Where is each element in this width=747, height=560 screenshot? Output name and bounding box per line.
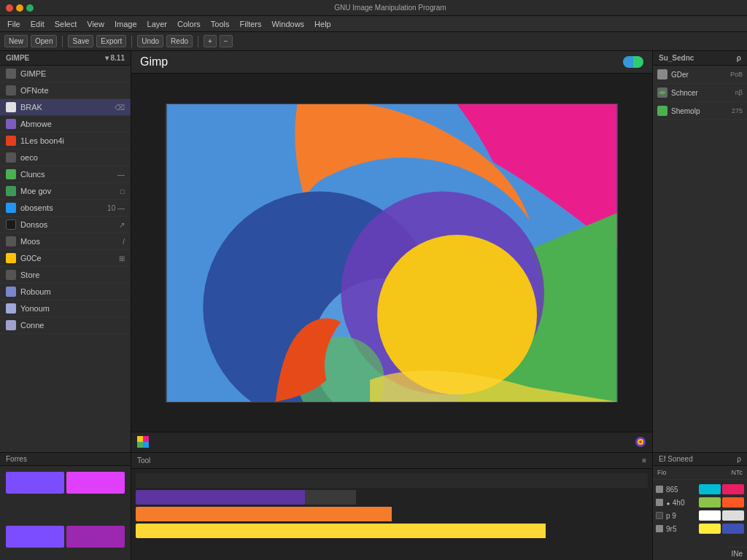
bottom-left-title: Forres bbox=[6, 455, 27, 463]
item-extra: □ bbox=[120, 187, 125, 195]
indicator-dot bbox=[623, 56, 643, 68]
window-controls[interactable] bbox=[6, 4, 34, 12]
color-swatch-purple[interactable] bbox=[6, 472, 64, 494]
bottom-right-list: 865 ⬥ 4h0 p 9 bbox=[653, 480, 747, 538]
right-panel-item[interactable]: Shemolp 275 bbox=[653, 102, 747, 120]
color-swatch-magenta[interactable] bbox=[66, 472, 125, 494]
list-item[interactable]: Cluncs — bbox=[0, 166, 131, 183]
menu-edit[interactable]: Edit bbox=[26, 18, 49, 30]
list-item[interactable]: Store bbox=[0, 267, 131, 284]
zoom-out-button[interactable]: − bbox=[220, 35, 233, 47]
menu-image[interactable]: Image bbox=[110, 18, 142, 30]
menu-windows[interactable]: Windows bbox=[267, 18, 309, 30]
item-icon bbox=[6, 136, 16, 146]
menu-help[interactable]: Help bbox=[310, 18, 336, 30]
list-item[interactable]: obosents 10 — bbox=[0, 200, 131, 217]
menu-layer[interactable]: Layer bbox=[143, 18, 172, 30]
item-icon bbox=[6, 270, 16, 280]
list-item[interactable]: Donsos ↗ bbox=[0, 217, 131, 233]
toolbar-separator-2 bbox=[131, 36, 132, 47]
window-title: GNU Image Manipulation Program bbox=[39, 4, 741, 12]
timeline-content bbox=[131, 469, 652, 560]
timeline-title: Tool bbox=[137, 456, 150, 464]
export-button[interactable]: Export bbox=[96, 35, 126, 47]
item-label: Yonoum bbox=[20, 304, 125, 313]
maximize-button[interactable] bbox=[26, 4, 34, 12]
canvas-wrapper bbox=[131, 74, 652, 432]
item-label: BRAK bbox=[20, 103, 110, 112]
zoom-in-button[interactable]: + bbox=[204, 35, 217, 47]
timeline-segment-1[interactable] bbox=[136, 490, 305, 505]
list-item[interactable]: Yonoum bbox=[0, 300, 131, 317]
timeline-segment-3[interactable] bbox=[136, 524, 546, 538]
timeline-row-2 bbox=[136, 507, 648, 521]
list-item[interactable]: ⬥ 4h0 bbox=[656, 496, 744, 509]
right-panel-extra: ρ bbox=[737, 54, 741, 62]
bottom-right-footer: INe bbox=[727, 547, 747, 560]
close-button[interactable] bbox=[6, 4, 13, 12]
list-item[interactable]: 865 bbox=[656, 483, 744, 496]
list-item[interactable]: p 9 bbox=[656, 509, 744, 522]
undo-button[interactable]: Undo bbox=[137, 35, 163, 47]
item-label: oeco bbox=[20, 153, 125, 162]
canvas[interactable] bbox=[166, 104, 618, 402]
color-swatch-violet[interactable] bbox=[66, 526, 125, 548]
right-item-label: Schncer bbox=[671, 89, 732, 97]
redo-button[interactable]: Redo bbox=[166, 35, 193, 47]
minimize-button[interactable] bbox=[16, 4, 23, 12]
list-item[interactable]: OFNote bbox=[0, 82, 131, 99]
toolbar: New Open Save Export Undo Redo + − bbox=[0, 32, 747, 51]
list-item[interactable]: Moe gov □ bbox=[0, 183, 131, 200]
row-icon bbox=[656, 512, 663, 519]
bottom-center-panel: Tool ≡ bbox=[131, 453, 652, 560]
open-button[interactable]: Open bbox=[31, 35, 57, 47]
item-label: Conne bbox=[20, 321, 125, 330]
list-item[interactable]: Abmowe bbox=[0, 116, 131, 133]
right-panel-item[interactable]: Schncer nβ bbox=[653, 84, 747, 102]
menu-view[interactable]: View bbox=[82, 18, 109, 30]
right-panel: Su_Sednc ρ GDer PoB Schncer nβ Shemolp bbox=[652, 51, 747, 452]
list-item[interactable]: oeco bbox=[0, 149, 131, 166]
item-label: Roboum bbox=[20, 287, 125, 296]
item-icon bbox=[6, 303, 16, 314]
item-icon bbox=[6, 69, 16, 79]
canvas-title: Gimp bbox=[140, 55, 168, 69]
list-item-active[interactable]: BRAK ⌫ bbox=[0, 99, 131, 116]
timeline-extra: ≡ bbox=[642, 456, 646, 464]
item-label: Moe gov bbox=[20, 187, 116, 195]
menu-colors[interactable]: Colors bbox=[173, 18, 205, 30]
canvas-indicator bbox=[623, 56, 643, 68]
artwork-svg bbox=[166, 104, 617, 402]
footer-left-icon bbox=[137, 436, 149, 449]
svg-rect-8 bbox=[137, 442, 143, 448]
left-panel-header: GIMPE ▾ 8.11 bbox=[0, 51, 131, 66]
row-icon bbox=[656, 486, 663, 493]
color-swatch-purple2[interactable] bbox=[6, 526, 64, 548]
new-button[interactable]: New bbox=[4, 35, 28, 47]
bottom-area: Forres Tool ≡ bbox=[0, 452, 747, 560]
list-item[interactable]: Roboum bbox=[0, 284, 131, 300]
swatch-b bbox=[722, 524, 744, 534]
bottom-right-header: Ef Soneed ρ bbox=[653, 453, 747, 466]
menu-bar: File Edit Select View Image Layer Colors… bbox=[0, 16, 747, 32]
list-item[interactable]: GIMPE bbox=[0, 66, 131, 82]
list-item[interactable]: 1Les boon4i bbox=[0, 133, 131, 149]
menu-tools[interactable]: Tools bbox=[206, 18, 234, 30]
list-item[interactable]: G0Ce ⊞ bbox=[0, 250, 131, 267]
list-item[interactable]: Conne bbox=[0, 317, 131, 334]
menu-file[interactable]: File bbox=[3, 18, 25, 30]
menu-filters[interactable]: Filters bbox=[236, 18, 266, 30]
center-area: Gimp bbox=[131, 51, 652, 452]
list-item[interactable]: 9r5 bbox=[656, 522, 744, 535]
item-extra: — bbox=[117, 171, 125, 179]
column-label-fio: Fio bbox=[657, 469, 667, 476]
menu-select[interactable]: Select bbox=[50, 18, 82, 30]
right-item-icon bbox=[657, 88, 667, 98]
list-item[interactable]: Moos / bbox=[0, 233, 131, 250]
timeline-segment-2[interactable] bbox=[136, 507, 392, 521]
canvas-header: Gimp bbox=[131, 51, 652, 74]
svg-rect-9 bbox=[143, 442, 149, 448]
title-bar: GNU Image Manipulation Program bbox=[0, 0, 747, 16]
right-panel-item[interactable]: GDer PoB bbox=[653, 66, 747, 84]
save-button[interactable]: Save bbox=[68, 35, 93, 47]
